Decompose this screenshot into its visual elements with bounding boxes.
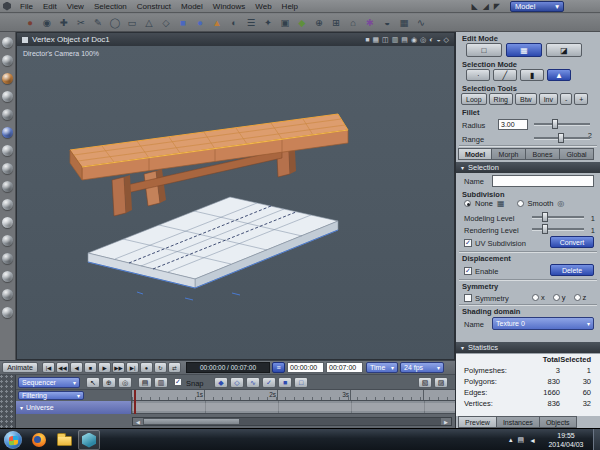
toolbar-tool-icon[interactable]: ◇ [158,17,174,28]
view-layout-icon[interactable]: ◒ [436,36,440,44]
view-layout-icon[interactable]: ◎ [420,36,426,44]
displacement-enable-checkbox[interactable] [464,267,472,275]
view-layout-icon[interactable]: ▥ [392,36,399,44]
side-tool-icon[interactable] [2,253,13,264]
keyframe-button[interactable]: ■ [278,377,292,388]
toolbar-tool-icon[interactable]: ⌂ [345,17,361,28]
side-tool-icon[interactable] [2,109,13,120]
panel-tab[interactable]: Global [560,148,594,160]
view-layout-icon[interactable]: ■ [365,36,369,44]
transport-button[interactable]: ⇄ [168,362,181,373]
toolbar-tool-icon[interactable]: △ [141,17,157,28]
selection-tool-button[interactable]: Btw [515,93,537,105]
selection-tool-button[interactable]: Inv [539,93,558,105]
side-tool-icon[interactable] [2,163,13,174]
toolbar-tool-icon[interactable]: ◯ [107,17,123,28]
view-layout-icon[interactable]: ◇ [444,36,449,44]
viewport-canvas[interactable]: Director's Camera 100% [17,46,454,359]
taskbar-hexagon-icon[interactable] [78,430,100,450]
selection-mode-button[interactable]: ▲ [547,69,571,81]
keyframe-button[interactable]: ∿ [246,377,260,388]
toolbar-tool-icon[interactable]: ⊞ [328,17,344,28]
filtering-dropdown[interactable]: Filtering [18,391,84,400]
side-tool-icon[interactable] [2,37,13,48]
taskbar-firefox-icon[interactable] [28,430,50,450]
view-layout-icon[interactable]: ◉ [411,36,417,44]
start-button[interactable] [4,431,22,449]
edit-mode-button[interactable]: ▦ [506,43,542,57]
timeline-ruler[interactable]: 1s2s3s [132,390,455,401]
edit-mode-button[interactable]: □ [466,43,502,57]
side-tool-icon[interactable] [2,127,13,138]
timeline-scrollbar[interactable]: ◀ ▶ [132,417,452,426]
selection-section-header[interactable]: Selection [456,162,600,173]
transport-button[interactable]: ▶ [98,362,111,373]
sequencer-option-button[interactable]: ▧ [418,377,432,388]
menu-item[interactable]: Model [176,2,208,11]
selection-tool-button[interactable]: Ring [489,93,513,105]
delete-button[interactable]: Delete [550,264,594,276]
convert-button[interactable]: Convert [550,236,594,248]
view-layout-icon[interactable]: ▦ [372,36,379,44]
sequencer-tool-button[interactable]: ◎ [118,377,132,388]
toolbar-tool-icon[interactable]: ● [192,17,208,28]
bottom-tab[interactable]: Preview [458,416,497,428]
menu-item[interactable]: Selection [89,2,132,11]
selection-mode-button[interactable]: ▮ [520,69,544,81]
side-tool-icon[interactable] [2,217,13,228]
toolbar-tool-icon[interactable]: ✂ [73,17,89,28]
side-tool-icon[interactable] [2,73,13,84]
timeline-side-handle[interactable] [0,375,16,429]
viewport-titlebar[interactable]: Vertex Object of Doc1 ■▦◫▥▤◉◎◐◒◇ [17,33,454,46]
side-tool-icon[interactable] [2,199,13,210]
radius-input[interactable]: 3.00 [498,119,528,130]
symmetry-axis-option[interactable]: x [532,293,545,302]
menu-item[interactable]: Construct [132,2,176,11]
panel-tab[interactable]: Bones [526,148,560,160]
taskbar-clock[interactable]: 19:55 2014/04/03 [540,431,592,449]
taskbar-folder-icon[interactable] [53,430,75,450]
menu-item[interactable]: Windows [208,2,250,11]
slider-thumb[interactable] [558,133,564,143]
sequencer-dropdown[interactable]: Sequencer [18,377,80,388]
menu-item[interactable]: Help [277,2,303,11]
side-tool-icon[interactable] [2,271,13,282]
uv-subdivision-checkbox[interactable] [464,239,472,247]
side-tool-icon[interactable] [2,307,13,318]
scrollbar-thumb[interactable] [144,419,239,424]
keyframe-button[interactable]: ◇ [230,377,244,388]
menu-item[interactable]: Edit [38,2,62,11]
sequencer-edit-button[interactable]: ▥ [154,377,168,388]
toolbar-tool-icon[interactable]: ✱ [362,17,378,28]
toolbar-tool-icon[interactable]: ∿ [413,17,429,28]
side-tool-icon[interactable] [2,91,13,102]
universe-track-header[interactable]: Universe [16,401,132,414]
table-object[interactable] [70,114,348,216]
radius-slider[interactable] [534,119,590,129]
tray-icon[interactable]: ▴ [509,436,513,444]
rendering-level-slider[interactable] [532,224,584,234]
symmetry-checkbox[interactable] [464,294,472,302]
sequencer-tool-button[interactable]: ↖ [86,377,100,388]
toolbar-tool-icon[interactable]: ■ [175,17,191,28]
range-slider[interactable] [534,133,590,143]
toolbar-tool-icon[interactable]: ◉ [39,17,55,28]
menu-item[interactable]: Web [250,2,276,11]
texture-dropdown[interactable]: Texture 0 [492,317,594,330]
toolbar-tool-icon[interactable]: ▭ [124,17,140,28]
bottom-tab[interactable]: Objects [540,416,577,428]
toolbar-tool-icon[interactable]: ✦ [260,17,276,28]
show-desktop-button[interactable] [593,429,600,450]
slider-thumb[interactable] [542,212,548,222]
statistics-section-header[interactable]: Statistics [456,342,600,353]
transport-button[interactable]: ● [140,362,153,373]
panel-tab[interactable]: Morph [492,148,526,160]
panel-tab[interactable]: Model [458,148,492,160]
toolbar-tool-icon[interactable]: ▦ [396,17,412,28]
toolbar-tool-icon[interactable]: ▲ [209,17,225,28]
slider-thumb[interactable] [542,224,548,234]
transport-button[interactable]: |◀ [42,362,55,373]
keyframe-button[interactable]: ✓ [262,377,276,388]
transport-button[interactable]: ◀ [70,362,83,373]
side-tool-icon[interactable] [2,235,13,246]
